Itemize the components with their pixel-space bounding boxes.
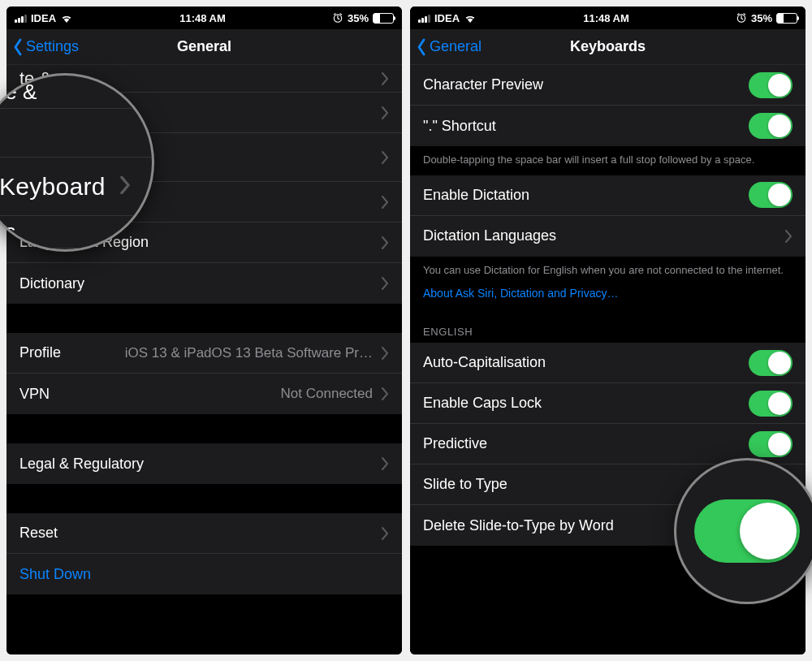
nav-bar: General Keyboards: [410, 29, 806, 65]
chevron-right-icon: [381, 236, 389, 249]
chevron-right-icon: [381, 457, 389, 470]
chevron-right-icon: [381, 106, 389, 119]
row-label: Profile: [19, 344, 61, 361]
row-label: Auto-Capitalisation: [423, 354, 546, 371]
phone-left: IDEA 11:48 AM 35% Settings General te & …: [6, 6, 402, 655]
row-reset[interactable]: Reset: [6, 513, 402, 554]
row-partial-ts[interactable]: ts: [6, 182, 402, 222]
row-label: Reset: [19, 525, 58, 542]
chevron-left-icon: [415, 37, 428, 57]
privacy-link[interactable]: About Ask Siri, Dictation and Privacy…: [410, 285, 806, 311]
battery-icon: [776, 13, 797, 24]
alarm-icon: [332, 12, 343, 24]
row-label: Delete Slide-to-Type by Word: [423, 517, 614, 534]
row-label: Dictation Languages: [423, 227, 556, 244]
status-bar: IDEA 11:48 AM 35%: [6, 6, 402, 29]
toggle-predictive[interactable]: [749, 431, 793, 457]
chevron-right-icon: [381, 277, 389, 290]
chevron-right-icon: [381, 387, 389, 400]
footer-dictation: You can use Dictation for English when y…: [410, 257, 806, 286]
nav-bar: Settings General: [6, 29, 402, 65]
chevron-right-icon: [381, 196, 389, 209]
toggle-auto-cap[interactable]: [749, 350, 793, 376]
row-language-region[interactable]: Language & Region: [6, 222, 402, 263]
section-english: English: [410, 311, 806, 343]
row-vpn[interactable]: VPN Not Connected: [6, 374, 402, 414]
wifi-icon: [464, 13, 477, 23]
row-partial-top[interactable]: te &: [6, 65, 402, 93]
toggle-dictation[interactable]: [749, 182, 793, 208]
row-label: VPN: [19, 386, 50, 403]
row-delete-slide[interactable]: Delete Slide-to-Type by Word: [410, 505, 806, 546]
signal-icon: [418, 13, 430, 23]
row-caps-lock[interactable]: Enable Caps Lock: [410, 383, 806, 424]
toggle-delete-slide[interactable]: [749, 512, 793, 538]
back-button[interactable]: General: [410, 37, 482, 57]
toggle-character-preview[interactable]: [749, 72, 793, 98]
row-legal[interactable]: Legal & Regulatory: [6, 443, 402, 484]
row-label: Character Preview: [423, 76, 543, 93]
row-auto-cap[interactable]: Auto-Capitalisation: [410, 343, 806, 383]
back-label: General: [430, 38, 482, 55]
row-label: Language & Region: [19, 234, 149, 251]
row-detail: iOS 13 & iPadOS 13 Beta Software Pr…: [61, 345, 373, 361]
content[interactable]: te & Keyboard ts Language & Region Dicti…: [6, 65, 402, 655]
row-label: Slide to Type: [423, 476, 508, 493]
row-dictionary[interactable]: Dictionary: [6, 263, 402, 304]
row-enable-dictation[interactable]: Enable Dictation: [410, 175, 806, 216]
status-bar: IDEA 11:48 AM 35%: [410, 6, 806, 29]
toggle-slide-to-type[interactable]: [749, 472, 793, 498]
row-predictive[interactable]: Predictive: [410, 424, 806, 464]
clock: 11:48 AM: [477, 12, 736, 24]
battery-pct: 35%: [751, 12, 772, 24]
chevron-right-icon: [381, 72, 389, 85]
row-character-preview[interactable]: Character Preview: [410, 65, 806, 106]
row-shutdown[interactable]: Shut Down: [6, 554, 402, 594]
toggle-shortcut[interactable]: [749, 113, 793, 139]
carrier-label: IDEA: [31, 12, 56, 24]
row-shortcut[interactable]: "." Shortcut: [410, 106, 806, 146]
wifi-icon: [60, 13, 73, 23]
chevron-right-icon: [381, 151, 389, 164]
row-label: Enable Caps Lock: [423, 395, 542, 412]
chevron-right-icon: [381, 527, 389, 540]
alarm-icon: [736, 12, 747, 24]
battery-icon: [373, 13, 394, 24]
row-label: Dictionary: [19, 275, 84, 292]
back-button[interactable]: Settings: [6, 37, 79, 57]
row-label: Predictive: [423, 435, 487, 452]
row-keyboard[interactable]: Keyboard: [6, 133, 402, 182]
row-label: Enable Dictation: [423, 187, 529, 204]
chevron-left-icon: [11, 37, 24, 57]
carrier-label: IDEA: [434, 12, 460, 24]
footer-shortcut: Double-tapping the space bar will insert…: [410, 146, 806, 175]
clock: 11:48 AM: [73, 12, 332, 24]
row-label: Shut Down: [19, 566, 91, 583]
row-dictation-languages[interactable]: Dictation Languages: [410, 216, 806, 257]
row-profile[interactable]: Profile iOS 13 & iPadOS 13 Beta Software…: [6, 333, 402, 374]
phone-right: IDEA 11:48 AM 35% General Keyboards Char…: [410, 6, 806, 655]
toggle-caps-lock[interactable]: [749, 391, 793, 417]
row-label: "." Shortcut: [423, 118, 496, 135]
chevron-right-icon: [381, 347, 389, 360]
row-label: Legal & Regulatory: [19, 456, 144, 473]
row-detail: Not Connected: [50, 386, 373, 402]
signal-icon: [15, 13, 27, 23]
back-label: Settings: [26, 38, 79, 55]
row-empty-1[interactable]: [6, 93, 402, 133]
content[interactable]: Character Preview "." Shortcut Double-ta…: [410, 65, 806, 655]
battery-pct: 35%: [348, 12, 369, 24]
row-slide-to-type[interactable]: Slide to Type: [410, 464, 806, 505]
chevron-right-icon: [784, 230, 793, 243]
